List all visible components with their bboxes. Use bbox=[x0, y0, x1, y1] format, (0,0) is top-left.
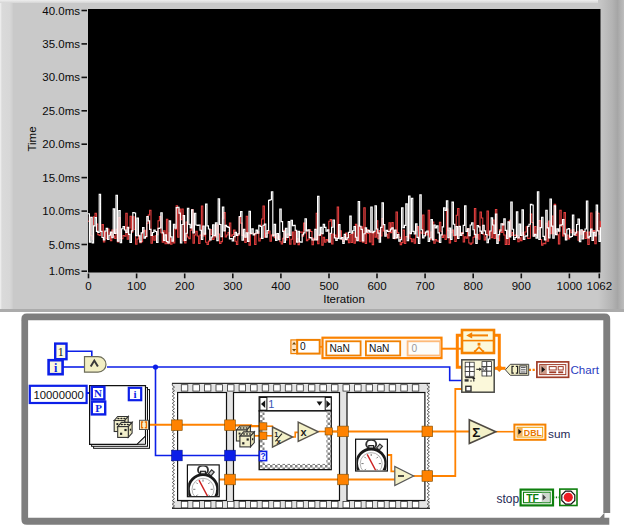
svg-text:35.0ms: 35.0ms bbox=[42, 38, 80, 50]
svg-text:40.0ms: 40.0ms bbox=[42, 5, 80, 17]
svg-text:NaN: NaN bbox=[330, 343, 350, 354]
svg-text:1.0ms: 1.0ms bbox=[49, 265, 81, 277]
svg-text:30.0ms: 30.0ms bbox=[42, 71, 80, 83]
svg-text:15.0ms: 15.0ms bbox=[42, 172, 80, 184]
svg-text:Time: Time bbox=[26, 126, 38, 151]
svg-text:stop: stop bbox=[497, 492, 520, 506]
svg-text:25.0ms: 25.0ms bbox=[42, 105, 80, 117]
svg-text:i: i bbox=[133, 388, 136, 400]
svg-text:200: 200 bbox=[175, 280, 194, 292]
svg-text:10000000: 10000000 bbox=[34, 389, 84, 401]
svg-text:20.0ms: 20.0ms bbox=[42, 138, 80, 150]
svg-text:1000: 1000 bbox=[557, 280, 583, 292]
svg-text:sum: sum bbox=[548, 427, 570, 441]
svg-text:900: 900 bbox=[512, 280, 531, 292]
svg-text:0: 0 bbox=[300, 341, 306, 352]
svg-text:700: 700 bbox=[416, 280, 435, 292]
svg-text:Σ: Σ bbox=[472, 425, 480, 440]
svg-text:?: ? bbox=[260, 451, 265, 461]
svg-text:1: 1 bbox=[58, 345, 64, 359]
svg-text:Chart: Chart bbox=[571, 363, 600, 376]
svg-text:Iteration: Iteration bbox=[323, 293, 365, 305]
svg-text:800: 800 bbox=[464, 280, 483, 292]
svg-text:x: x bbox=[277, 437, 282, 446]
svg-text:5.0ms: 5.0ms bbox=[49, 239, 81, 251]
svg-text:TF: TF bbox=[526, 493, 539, 504]
svg-text:300: 300 bbox=[223, 280, 242, 292]
svg-text:N: N bbox=[94, 387, 102, 399]
svg-text:500: 500 bbox=[319, 280, 338, 292]
svg-text:1: 1 bbox=[268, 398, 274, 410]
svg-text:P: P bbox=[95, 402, 102, 414]
svg-text:400: 400 bbox=[271, 280, 290, 292]
svg-text:600: 600 bbox=[367, 280, 386, 292]
svg-text:0: 0 bbox=[411, 343, 417, 354]
svg-text:DBL: DBL bbox=[524, 428, 543, 438]
svg-text:10.0ms: 10.0ms bbox=[42, 205, 80, 217]
svg-text:1062: 1062 bbox=[587, 280, 613, 292]
svg-text:x: x bbox=[301, 426, 308, 438]
svg-text:100: 100 bbox=[127, 280, 146, 292]
svg-text:0: 0 bbox=[85, 280, 91, 292]
svg-text:NaN: NaN bbox=[369, 343, 389, 354]
